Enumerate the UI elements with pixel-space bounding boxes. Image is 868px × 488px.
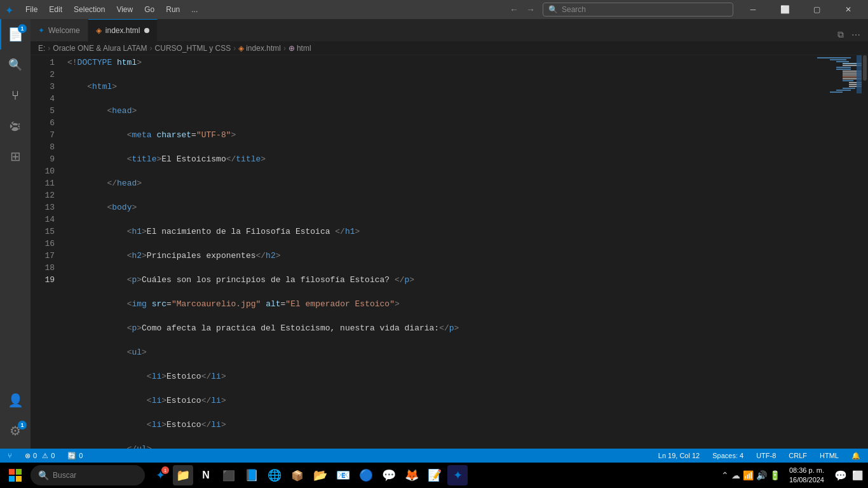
maximize-button[interactable]: ▢ (802, 0, 831, 19)
close-button[interactable]: ✕ (834, 0, 863, 19)
status-spaces[interactable]: Spaces: 4 (710, 449, 746, 463)
nav-buttons: ← → (507, 3, 538, 16)
debug-icon (8, 119, 22, 133)
taskbar-edge[interactable]: 🌐 (264, 465, 285, 485)
taskbar-mail[interactable]: 📧 (333, 465, 353, 485)
scrollbar-thumb[interactable] (863, 55, 867, 81)
restore-button[interactable]: ⬜ (770, 0, 799, 19)
breadcrumb-file[interactable]: ◈ index.html (238, 44, 281, 53)
breadcrumb-html-icon: ◈ (238, 44, 244, 53)
status-line-ending[interactable]: CRLF (786, 449, 810, 463)
activity-extensions[interactable]: ⊞ (0, 141, 31, 172)
tab-index-html[interactable]: ◈ index.html (88, 19, 158, 41)
html-tab-icon: ◈ (96, 26, 102, 35)
search-bar[interactable]: 🔍 (543, 3, 733, 17)
explorer-taskbar-icon: 📁 (176, 468, 190, 482)
system-tray: ⌃ ☁ 📶 🔊 🔋 (721, 470, 780, 480)
code-line-15: <li>Estoico</li> (67, 395, 811, 407)
menu-view[interactable]: View (111, 4, 138, 15)
chevron-up-icon[interactable]: ⌃ (721, 470, 729, 480)
code-line-12: <p>Como afecta la practica del Estoicism… (67, 322, 811, 334)
taskbar-explorer[interactable]: 📁 (173, 465, 193, 485)
menu-more[interactable]: ... (186, 4, 203, 15)
search-icon: 🔍 (548, 5, 558, 14)
taskbar-files[interactable]: 📂 (310, 465, 330, 485)
start-button[interactable] (5, 465, 25, 485)
taskbar-chrome[interactable]: 🔵 (356, 465, 376, 485)
taskbar-vscode[interactable]: ✦ 1 (150, 465, 170, 485)
word-taskbar-icon: 📝 (428, 468, 442, 482)
show-desktop-button[interactable]: ⬜ (852, 470, 863, 480)
minimize-button[interactable]: ─ (738, 0, 768, 19)
activity-debug[interactable] (0, 111, 31, 141)
encoding-text: UTF-8 (756, 452, 776, 459)
warning-count: 0 (51, 452, 55, 459)
taskbar-notion[interactable]: N (196, 465, 216, 485)
taskbar-dropbox[interactable]: 📦 (287, 465, 308, 485)
speaker-icon[interactable]: 🔊 (756, 470, 767, 480)
menu-file[interactable]: File (20, 4, 43, 15)
tab-welcome-label: Welcome (48, 26, 80, 35)
menu-edit[interactable]: Edit (44, 4, 67, 15)
status-notifications[interactable]: 🔔 (849, 449, 863, 463)
taskbar-clock[interactable]: 08:36 p. m. 16/08/2024 (785, 466, 828, 485)
search-icon: 🔍 (8, 58, 22, 72)
status-left: ⑂ ⊗ 0 ⚠ 0 🔄 0 (5, 449, 85, 463)
taskbar: 🔍 Buscar ✦ 1 📁 N ⬛ 📘 🌐 📦 📂 📧 (0, 463, 868, 488)
status-position[interactable]: Ln 19, Col 12 (656, 449, 702, 463)
status-errors[interactable]: ⊗ 0 ⚠ 0 (22, 449, 57, 463)
vscode2-taskbar-icon: ✦ (453, 468, 463, 482)
taskbar-search[interactable]: 🔍 Buscar (31, 465, 145, 485)
code-line-2: <html> (67, 81, 811, 93)
activity-settings[interactable]: ⚙ 1 (0, 416, 31, 446)
activity-git[interactable]: ⑂ (0, 80, 31, 111)
breadcrumb-curso[interactable]: CURSO_HTML y CSS (155, 44, 231, 53)
code-line-8: <h1>El nacimiento de la Filosofía Estoic… (67, 226, 811, 238)
clock-time: 08:36 p. m. (789, 466, 824, 475)
breadcrumb-oracle[interactable]: Oracle ONE & Alura LATAM (53, 44, 147, 53)
tab-welcome[interactable]: ✦ Welcome (31, 19, 88, 41)
warning-icon: ⚠ (42, 452, 48, 460)
forward-button[interactable]: → (524, 3, 538, 16)
breadcrumb-element-icon: ⊕ (288, 44, 295, 53)
breadcrumb-drive[interactable]: E: (38, 44, 45, 53)
more-actions-button[interactable]: ⋯ (849, 29, 863, 41)
notification-icon[interactable]: 💬 (834, 470, 847, 482)
taskbar-teams[interactable]: 📘 (241, 465, 262, 485)
vertical-scrollbar[interactable] (862, 55, 868, 449)
taskbar-firefox[interactable]: 🦊 (402, 465, 422, 485)
taskbar-word[interactable]: 📝 (424, 465, 445, 485)
menu-run[interactable]: Run (161, 4, 185, 15)
split-editor-button[interactable]: ⧉ (835, 28, 846, 41)
editor-area: ✦ Welcome ◈ index.html ⧉ ⋯ E: › Oracle O… (31, 19, 868, 449)
wifi-icon[interactable]: 📶 (743, 470, 754, 480)
tab-bar: ✦ Welcome ◈ index.html ⧉ ⋯ (31, 19, 868, 41)
status-sync[interactable]: 🔄 0 (65, 449, 85, 463)
status-encoding[interactable]: UTF-8 (754, 449, 778, 463)
activity-account[interactable]: 👤 (0, 385, 31, 416)
breadcrumb-oracle-label: Oracle ONE & Alura LATAM (53, 44, 147, 53)
taskbar-right: ⌃ ☁ 📶 🔊 🔋 08:36 p. m. 16/08/2024 💬 ⬜ (721, 466, 863, 485)
taskbar-slack[interactable]: 💬 (379, 465, 399, 485)
taskbar-vscode2[interactable]: ✦ (447, 465, 468, 485)
breadcrumb-element[interactable]: ⊕ html (288, 44, 311, 53)
onedrive-icon[interactable]: ☁ (731, 470, 740, 480)
menu-go[interactable]: Go (139, 4, 159, 15)
menu-bar: File Edit Selection View Go Run ... (20, 4, 502, 15)
svg-rect-2 (9, 476, 15, 482)
code-editor[interactable]: 1 2 3 4 5 6 7 8 9 10 11 12 13 14 15 16 1… (31, 55, 868, 449)
battery-icon[interactable]: 🔋 (770, 470, 780, 480)
status-language[interactable]: HTML (817, 449, 841, 463)
activity-explorer[interactable]: 📄 1 (0, 19, 31, 50)
line-numbers: 1 2 3 4 5 6 7 8 9 10 11 12 13 14 15 16 1… (31, 55, 62, 449)
activity-search[interactable]: 🔍 (0, 50, 31, 80)
minimap (811, 55, 862, 449)
back-button[interactable]: ← (507, 3, 521, 16)
code-content[interactable]: <!DOCTYPE html> <html> <head> <meta char… (62, 55, 811, 449)
code-line-1: <!DOCTYPE html> (67, 57, 811, 69)
status-branch[interactable]: ⑂ (5, 449, 15, 463)
taskbar-terminal[interactable]: ⬛ (219, 465, 239, 485)
menu-selection[interactable]: Selection (69, 4, 110, 15)
code-line-3: <head> (67, 105, 811, 117)
search-input[interactable] (562, 5, 728, 14)
